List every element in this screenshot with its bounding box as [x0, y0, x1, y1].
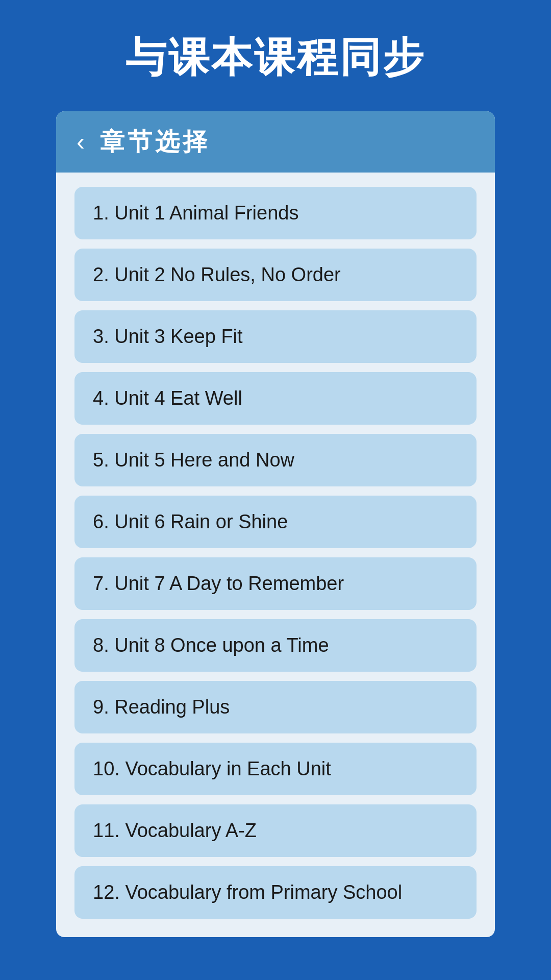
- chapter-item[interactable]: 2. Unit 2 No Rules, No Order: [74, 249, 477, 301]
- chapter-item[interactable]: 4. Unit 4 Eat Well: [74, 372, 477, 425]
- chapter-item[interactable]: 10. Vocabulary in Each Unit: [74, 743, 477, 795]
- chapter-item[interactable]: 8. Unit 8 Once upon a Time: [74, 619, 477, 672]
- chapter-item[interactable]: 11. Vocabulary A-Z: [74, 804, 477, 857]
- chapter-list: 1. Unit 1 Animal Friends2. Unit 2 No Rul…: [56, 173, 495, 937]
- page-title: 与课本课程同步: [105, 0, 446, 111]
- chapter-item[interactable]: 7. Unit 7 A Day to Remember: [74, 557, 477, 610]
- chapter-item[interactable]: 6. Unit 6 Rain or Shine: [74, 496, 477, 548]
- back-icon[interactable]: ‹: [77, 130, 85, 154]
- chapter-item[interactable]: 1. Unit 1 Animal Friends: [74, 187, 477, 239]
- chapter-item[interactable]: 3. Unit 3 Keep Fit: [74, 310, 477, 363]
- chapter-header: ‹ 章节选择: [56, 111, 495, 173]
- chapter-item[interactable]: 9. Reading Plus: [74, 681, 477, 733]
- chapter-item[interactable]: 5. Unit 5 Here and Now: [74, 434, 477, 486]
- chapter-item[interactable]: 12. Vocabulary from Primary School: [74, 866, 477, 919]
- chapter-container: ‹ 章节选择 1. Unit 1 Animal Friends2. Unit 2…: [56, 111, 495, 937]
- chapter-header-title: 章节选择: [100, 126, 210, 158]
